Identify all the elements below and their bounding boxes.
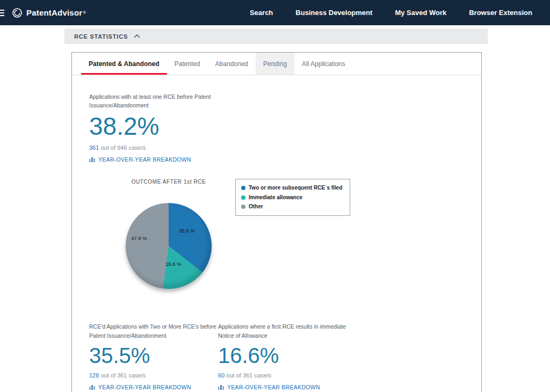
pie-wrap: 35.5 % 16.6 % 47.9 %: [126, 203, 212, 289]
nav-item-search[interactable]: Search: [238, 9, 284, 17]
stat-immediate-value: 16.6%: [218, 343, 374, 368]
chart-legend: Two or more subsequent RCE´s filed Immed…: [235, 179, 350, 216]
stat-main-count: 361 out of 946 case/s: [89, 144, 481, 151]
nav-item-business-development[interactable]: Business Development: [284, 9, 383, 17]
top-navbar: PatentAdvisor ® Search Business Developm…: [0, 0, 550, 25]
stat-immediate-yoy-link[interactable]: YEAR-OVER-YEAR BREAKDOWN: [218, 384, 374, 390]
stat-main-count-number: 361: [89, 144, 99, 151]
legend-swatch: [241, 186, 245, 190]
nav-item-my-saved-work[interactable]: My Saved Work: [383, 9, 458, 17]
brand-name: PatentAdvisor: [26, 8, 82, 17]
stat-two-rce-count-number: 128: [89, 372, 99, 379]
section-title: RCE STATISTICS: [74, 33, 128, 40]
stat-main-description: Applications with at least one RCE befor…: [89, 92, 230, 110]
stat-immediate-count: 60 out of 361 case/s: [218, 372, 374, 379]
brand-logo[interactable]: PatentAdvisor ®: [12, 8, 86, 18]
bar-chart-icon: [89, 157, 96, 162]
legend-item: Two or more subsequent RCE´s filed: [241, 183, 342, 193]
outcome-chart-section: OUTCOME AFTER 1st RCE 35.5 % 16.6 % 47.9…: [126, 179, 481, 289]
chart-title: OUTCOME AFTER 1st RCE: [132, 179, 206, 185]
stat-two-rce-block: RCE'd Applications with Two or More RCE'…: [89, 322, 218, 390]
legend-swatch: [241, 195, 245, 200]
pie-slice-label-immediate: 16.6 %: [165, 261, 182, 267]
navbar-menu: Search Business Development My Saved Wor…: [238, 9, 550, 17]
tab-patented-and-abandoned[interactable]: Patented & Abandoned: [81, 53, 167, 75]
stat-main-block: Applications with at least one RCE befor…: [89, 92, 481, 163]
stat-immediate-yoy-link-label: YEAR-OVER-YEAR BREAKDOWN: [227, 384, 320, 390]
stat-two-rce-yoy-link-label: YEAR-OVER-YEAR BREAKDOWN: [98, 384, 191, 390]
legend-swatch: [241, 205, 245, 209]
rce-statistics-panel: Patented & Abandoned Patented Abandoned …: [71, 52, 482, 392]
stat-immediate-count-rest: out of 361 case/s: [225, 372, 271, 379]
tab-abandoned[interactable]: Abandoned: [208, 53, 256, 75]
stat-main-count-rest: out of 946 case/s: [99, 144, 146, 151]
stat-immediate-count-number: 60: [218, 372, 225, 379]
stat-two-rce-value: 35.5%: [89, 343, 218, 368]
pie-slice-label-subsequent: 35.5 %: [179, 228, 195, 234]
legend-label-immediate: Immediate allowance: [249, 193, 302, 202]
bar-chart-icon: [89, 384, 96, 390]
registered-mark: ®: [83, 10, 86, 15]
stat-immediate-block: Applications where a first RCE results i…: [218, 322, 374, 390]
bottom-stats-row: RCE'd Applications with Two or More RCE'…: [89, 322, 481, 390]
nav-item-browser-extension[interactable]: Browser Extension: [458, 9, 544, 17]
rce-statistics-section-header[interactable]: RCE STATISTICS: [64, 28, 488, 44]
stat-two-rce-description: RCE'd Applications with Two or More RCE'…: [89, 322, 218, 340]
navbar-left: PatentAdvisor ®: [0, 8, 86, 18]
stat-main-yoy-link[interactable]: YEAR-OVER-YEAR BREAKDOWN: [89, 156, 481, 163]
stat-two-rce-yoy-link[interactable]: YEAR-OVER-YEAR BREAKDOWN: [89, 384, 218, 390]
tab-bar: Patented & Abandoned Patented Abandoned …: [72, 53, 481, 75]
chevron-up-icon[interactable]: [133, 34, 141, 39]
bar-chart-icon: [218, 384, 225, 390]
stat-main-value: 38.2%: [89, 112, 481, 141]
stat-immediate-description: Applications where a first RCE results i…: [218, 322, 357, 340]
stat-main-yoy-link-label: YEAR-OVER-YEAR BREAKDOWN: [98, 156, 191, 163]
tab-pending[interactable]: Pending: [256, 53, 294, 75]
brand-logo-icon: [12, 8, 23, 18]
legend-label-subsequent: Two or more subsequent RCE´s filed: [249, 183, 342, 193]
tab-all-applications[interactable]: All Applications: [294, 53, 353, 75]
hamburger-menu-icon[interactable]: [0, 10, 4, 16]
stat-two-rce-count-rest: out of 361 case/s: [99, 372, 146, 379]
pie-slice-label-other: 47.9 %: [131, 235, 147, 241]
legend-item: Other: [241, 202, 342, 212]
stat-two-rce-count: 128 out of 361 case/s: [89, 372, 218, 379]
pie-chart[interactable]: [126, 203, 212, 289]
tab-patented[interactable]: Patented: [167, 53, 208, 75]
legend-item: Immediate allowance: [241, 193, 342, 202]
legend-label-other: Other: [249, 202, 263, 212]
pie-column: OUTCOME AFTER 1st RCE 35.5 % 16.6 % 47.9…: [126, 179, 212, 289]
